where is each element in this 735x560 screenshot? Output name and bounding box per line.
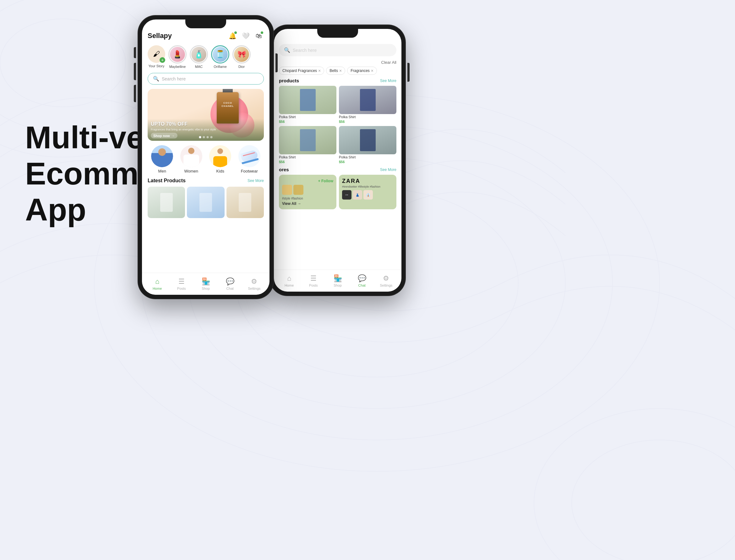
p2-product-4-name: Polka Shirt bbox=[339, 155, 396, 159]
product-card-3[interactable] bbox=[227, 187, 264, 218]
story-oriflame[interactable]: 🫙 Oriflame bbox=[211, 45, 229, 69]
story-maybelline[interactable]: 💄 Maybelline bbox=[168, 45, 187, 69]
store-zara-thumbs: 👓 👗 👔 bbox=[342, 190, 393, 200]
search-placeholder: Search here bbox=[162, 76, 186, 81]
category-men-circle bbox=[151, 145, 173, 167]
p2-home-icon: ⌂ bbox=[287, 274, 291, 283]
svg-point-7 bbox=[534, 409, 735, 560]
nav-posts[interactable]: ☰ Posts bbox=[169, 277, 194, 290]
category-footwear[interactable]: Footwear bbox=[239, 145, 261, 173]
category-footwear-label: Footwear bbox=[241, 169, 258, 173]
nav-settings[interactable]: ⚙ Settings bbox=[242, 277, 266, 290]
story-mac[interactable]: 🧴 MAC bbox=[190, 45, 208, 69]
banner-tagline: Fragrances that bring an energetic vibe … bbox=[151, 128, 216, 131]
side-button-mute bbox=[134, 47, 136, 58]
category-men-label: Men bbox=[158, 169, 166, 173]
category-women[interactable]: Women bbox=[180, 145, 202, 173]
story-oriflame-label: Oriflame bbox=[214, 65, 227, 69]
p2-product-3-name: Polka Shirt bbox=[279, 155, 337, 159]
nav-home-label: Home bbox=[153, 287, 162, 290]
p2-nav-home[interactable]: ⌂ Home bbox=[277, 274, 301, 287]
p2-nav-posts[interactable]: ☰ Posts bbox=[301, 274, 326, 287]
p2-search-placeholder: Search here bbox=[293, 48, 317, 53]
store-follow-button[interactable]: + Follow bbox=[318, 179, 333, 183]
cart-icon[interactable]: 🛍 bbox=[254, 31, 264, 41]
latest-products-see-more[interactable]: See More bbox=[248, 178, 264, 183]
story-maybelline-avatar: 💄 bbox=[168, 45, 187, 63]
story-dior[interactable]: 🎀 Dior bbox=[233, 45, 251, 69]
side-button-vol-down bbox=[134, 85, 136, 102]
shop-icon: 🏪 bbox=[202, 277, 210, 286]
products-grid bbox=[148, 187, 264, 218]
p2-product-1[interactable]: Polka Shirt $56 bbox=[279, 86, 337, 124]
p2-shop-icon: 🏪 bbox=[334, 274, 342, 283]
nav-home[interactable]: ⌂ Home bbox=[145, 277, 169, 290]
cart-badge bbox=[261, 31, 263, 34]
phone-notch bbox=[185, 19, 226, 28]
p2-nav-settings-label: Settings bbox=[380, 283, 392, 287]
chip-chopard-remove[interactable]: × bbox=[318, 68, 321, 73]
nav-shop[interactable]: 🏪 Shop bbox=[194, 277, 218, 290]
store-1-thumbs bbox=[282, 185, 333, 195]
story-mac-avatar: 🧴 bbox=[190, 45, 208, 63]
app-title: Sellapy bbox=[148, 32, 172, 40]
product-card-1[interactable] bbox=[148, 187, 185, 218]
p2-product-2-price: $56 bbox=[339, 120, 396, 124]
story-add-circle: 🖌 + bbox=[148, 45, 165, 63]
chat-icon: 💬 bbox=[226, 277, 234, 286]
chip-fragrances[interactable]: Fragrances × bbox=[347, 67, 377, 75]
store-zara-name: ZARA bbox=[342, 178, 393, 184]
p2-product-3[interactable]: Polka Shirt $56 bbox=[279, 126, 337, 164]
nav-chat-label: Chat bbox=[227, 287, 234, 290]
p2-product-4[interactable]: Polka Shirt $56 bbox=[339, 126, 396, 164]
store-card-1[interactable]: + Follow #style #fashion View All → bbox=[279, 175, 337, 209]
p2-stores-title: ores bbox=[279, 167, 289, 172]
home-icon: ⌂ bbox=[155, 277, 159, 286]
chip-belts[interactable]: Belts × bbox=[326, 67, 345, 75]
product-card-2[interactable] bbox=[187, 187, 224, 218]
chip-fragrances-remove[interactable]: × bbox=[371, 68, 373, 73]
p2-nav-shop[interactable]: 🏪 Shop bbox=[326, 274, 350, 287]
category-kids-label: Kids bbox=[217, 169, 224, 173]
p2-nav-settings[interactable]: ⚙ Settings bbox=[374, 274, 398, 287]
p2-products-see-more[interactable]: See More bbox=[380, 79, 396, 83]
bottom-nav: ⌂ Home ☰ Posts 🏪 Shop 💬 Chat ⚙ Setti bbox=[142, 273, 270, 295]
phone2: 🔍 Search here Clear All Chopard Fragranc… bbox=[270, 25, 405, 295]
nav-settings-label: Settings bbox=[248, 287, 261, 290]
store-view-all-button[interactable]: View All → bbox=[282, 201, 333, 206]
p2-product-2[interactable]: Polka Shirt $56 bbox=[339, 86, 396, 124]
svg-point-8 bbox=[572, 440, 735, 560]
category-men[interactable]: Men bbox=[151, 145, 173, 173]
shop-now-button[interactable]: Shop now → bbox=[151, 133, 178, 139]
clear-all-button[interactable]: Clear All bbox=[381, 60, 396, 65]
store-card-zara[interactable]: ZARA #trendsetter #lifestyle #fashion 👓 … bbox=[339, 175, 396, 209]
search-icon: 🔍 bbox=[153, 76, 159, 82]
story-dior-label: Dior bbox=[239, 65, 245, 69]
story-your-story[interactable]: 🖌 + Your Story bbox=[148, 45, 165, 69]
p2-search-bar[interactable]: 🔍 Search here bbox=[279, 44, 396, 56]
banner-discount: UPTO 70% OFF bbox=[151, 121, 216, 127]
p2-products-grid: Polka Shirt $56 Polka Shirt $56 bbox=[279, 86, 396, 164]
nav-chat[interactable]: 💬 Chat bbox=[218, 277, 242, 290]
p2-product-4-price: $56 bbox=[339, 160, 396, 164]
notification-icon[interactable]: 🔔 bbox=[228, 31, 238, 41]
p2-stores-see-more[interactable]: See More bbox=[380, 167, 396, 172]
chip-chopard[interactable]: Chopard Fragrances × bbox=[279, 67, 324, 75]
p2-product-3-price: $56 bbox=[279, 160, 337, 164]
search-bar[interactable]: 🔍 Search here bbox=[148, 73, 264, 85]
wishlist-icon[interactable]: 🤍 bbox=[241, 31, 251, 41]
story-oriflame-avatar: 🫙 bbox=[211, 45, 229, 63]
p2-product-1-price: $56 bbox=[279, 120, 337, 124]
promo-banner[interactable]: COCOCHANEL UPTO 70% OFF Fragrances that … bbox=[148, 89, 264, 141]
p2-nav-chat[interactable]: 💬 Chat bbox=[350, 274, 374, 287]
category-kids[interactable]: Kids bbox=[209, 145, 231, 173]
side-button-power bbox=[276, 53, 278, 72]
category-footwear-circle bbox=[239, 145, 261, 167]
chip-belts-remove[interactable]: × bbox=[339, 68, 342, 73]
p2-settings-icon: ⚙ bbox=[383, 274, 389, 283]
p2-product-4-image bbox=[339, 126, 396, 154]
notification-badge bbox=[234, 31, 237, 34]
p2-nav-chat-label: Chat bbox=[359, 283, 366, 287]
posts-icon: ☰ bbox=[178, 277, 185, 286]
p2-product-1-name: Polka Shirt bbox=[279, 115, 337, 119]
